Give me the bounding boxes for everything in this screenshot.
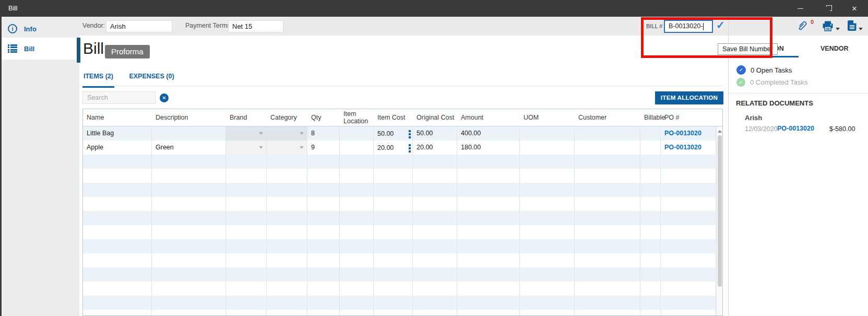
cell-empty[interactable]	[520, 282, 575, 296]
cell-name[interactable]: Little Bag	[83, 126, 152, 141]
cell-empty[interactable]	[226, 253, 267, 267]
cell-empty[interactable]	[457, 282, 520, 296]
cell-empty[interactable]	[226, 225, 267, 239]
cell-empty[interactable]	[267, 183, 307, 197]
attachment-button[interactable]	[796, 20, 807, 32]
cell-empty[interactable]	[340, 169, 374, 183]
cell-empty[interactable]	[640, 197, 661, 211]
clear-search-button[interactable]: ✕	[160, 93, 169, 102]
scroll-up-icon[interactable]	[718, 130, 722, 133]
cell-empty[interactable]	[575, 239, 640, 253]
cell-empty[interactable]	[661, 169, 716, 183]
cell-empty[interactable]	[661, 239, 716, 253]
cell-empty[interactable]	[457, 197, 520, 211]
cell-customer[interactable]	[575, 126, 640, 141]
cell-empty[interactable]	[226, 239, 267, 253]
tab-vendor[interactable]: VENDOR	[821, 45, 848, 52]
cell-empty[interactable]	[83, 239, 152, 253]
cell-empty[interactable]	[661, 253, 716, 267]
cell-empty[interactable]	[340, 197, 374, 211]
cell-empty[interactable]	[374, 282, 413, 296]
cell-empty[interactable]	[457, 310, 520, 316]
cell-empty[interactable]	[661, 282, 716, 296]
cell-empty[interactable]	[457, 296, 520, 310]
cell-empty[interactable]	[83, 253, 152, 267]
cell-empty[interactable]	[413, 253, 457, 267]
cell-empty[interactable]	[374, 296, 413, 310]
payment-terms-field[interactable]: Net 15	[228, 20, 283, 32]
cell-empty[interactable]	[152, 183, 226, 197]
cell-empty[interactable]	[575, 225, 640, 239]
cell-empty[interactable]	[640, 310, 661, 316]
cell-customer[interactable]	[575, 141, 640, 155]
cell-empty[interactable]	[413, 267, 457, 282]
cell-empty[interactable]	[152, 310, 226, 316]
cell-original-cost[interactable]: 50.00	[413, 126, 457, 141]
cell-description[interactable]	[152, 126, 226, 141]
cell-category-dropdown[interactable]	[267, 141, 307, 155]
cell-empty[interactable]	[640, 296, 661, 310]
cell-empty[interactable]	[226, 197, 267, 211]
print-dropdown-caret-icon[interactable]	[836, 28, 840, 30]
vendor-field[interactable]: Arish	[106, 20, 172, 32]
cell-empty[interactable]	[374, 310, 413, 316]
cell-empty[interactable]	[661, 197, 716, 211]
cell-empty[interactable]	[457, 225, 520, 239]
document-export-button[interactable]	[848, 20, 857, 31]
cell-empty[interactable]	[267, 211, 307, 225]
cell-empty[interactable]	[661, 296, 716, 310]
cell-empty[interactable]	[226, 296, 267, 310]
cell-empty[interactable]	[307, 253, 340, 267]
cell-empty[interactable]	[457, 155, 520, 169]
cell-empty[interactable]	[457, 239, 520, 253]
cell-empty[interactable]	[307, 225, 340, 239]
cell-empty[interactable]	[575, 267, 640, 282]
search-input[interactable]: Search	[82, 91, 156, 104]
cell-empty[interactable]	[640, 267, 661, 282]
cell-brand-dropdown[interactable]	[226, 126, 267, 141]
cell-uom[interactable]	[520, 141, 575, 155]
cell-empty[interactable]	[83, 310, 152, 316]
cell-empty[interactable]	[267, 155, 307, 169]
cell-empty[interactable]	[83, 296, 152, 310]
cell-empty[interactable]	[83, 267, 152, 282]
cell-empty[interactable]	[152, 253, 226, 267]
cell-empty[interactable]	[374, 155, 413, 169]
cell-empty[interactable]	[575, 155, 640, 169]
row-menu-icon[interactable]	[409, 143, 411, 153]
cell-qty[interactable]: 9	[307, 141, 340, 155]
cell-category-dropdown[interactable]	[267, 126, 307, 141]
cell-description[interactable]: Green	[152, 141, 226, 155]
cell-empty[interactable]	[267, 169, 307, 183]
cell-empty[interactable]	[152, 197, 226, 211]
cell-empty[interactable]	[661, 267, 716, 282]
cell-empty[interactable]	[83, 183, 152, 197]
cell-empty[interactable]	[575, 282, 640, 296]
cell-empty[interactable]	[307, 211, 340, 225]
cell-empty[interactable]	[267, 197, 307, 211]
cell-billable[interactable]	[640, 126, 661, 141]
cell-empty[interactable]	[413, 239, 457, 253]
cell-empty[interactable]	[226, 282, 267, 296]
cell-empty[interactable]	[520, 267, 575, 282]
cell-empty[interactable]	[640, 183, 661, 197]
scrollbar-thumb[interactable]	[718, 135, 722, 287]
cell-empty[interactable]	[413, 197, 457, 211]
cell-empty[interactable]	[661, 310, 716, 316]
po-link[interactable]: PO-0013020	[777, 125, 814, 132]
cell-empty[interactable]	[340, 183, 374, 197]
cell-empty[interactable]	[226, 183, 267, 197]
cell-item-cost[interactable]: 50.00	[374, 126, 413, 141]
cell-empty[interactable]	[575, 183, 640, 197]
cell-empty[interactable]	[661, 225, 716, 239]
cell-empty[interactable]	[457, 267, 520, 282]
cell-empty[interactable]	[374, 169, 413, 183]
cell-empty[interactable]	[374, 253, 413, 267]
cell-empty[interactable]	[374, 267, 413, 282]
cell-empty[interactable]	[575, 197, 640, 211]
cell-item-location[interactable]	[340, 141, 374, 155]
cell-empty[interactable]	[267, 267, 307, 282]
cell-amount[interactable]: 400.00	[457, 126, 520, 141]
cell-empty[interactable]	[520, 197, 575, 211]
cell-empty[interactable]	[307, 267, 340, 282]
